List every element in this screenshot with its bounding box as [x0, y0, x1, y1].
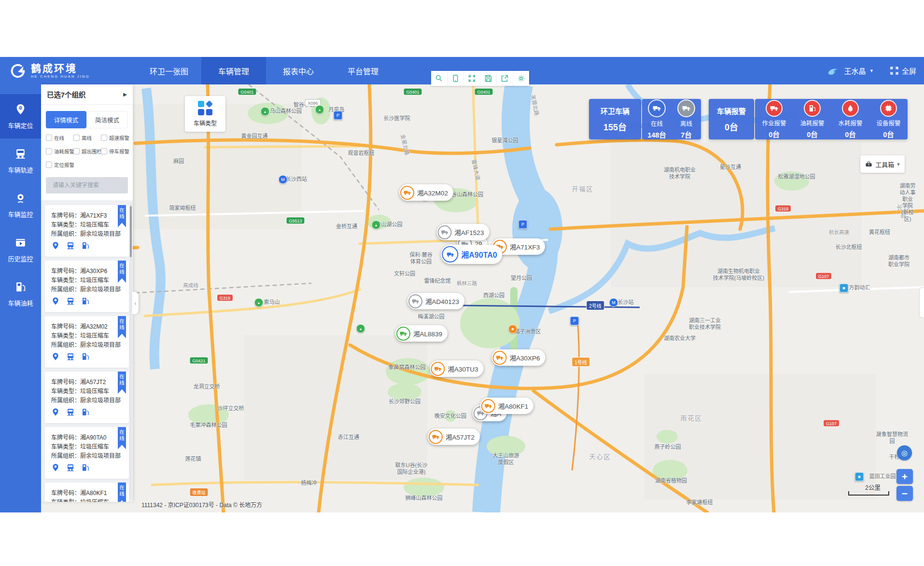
detail-mode-button[interactable]: 详情模式	[46, 111, 86, 128]
username[interactable]: 王水晶	[844, 66, 866, 76]
user-chevron-down-icon[interactable]: ▾	[870, 68, 873, 74]
fuel-icon[interactable]	[81, 241, 90, 250]
checkbox-icon	[46, 135, 52, 141]
map-canvas[interactable]: 智谷小镇 乌山森林公园 月亮岛 长沙医学院 黄金园互通 观音岩枢纽 银星湾公园 …	[41, 84, 924, 512]
vehicle-marker[interactable]: 湘A90TA0	[441, 245, 502, 264]
filter-checkbox[interactable]: 油耗报警	[46, 148, 73, 155]
road-shield: G319	[217, 295, 233, 301]
truck-icon	[492, 351, 506, 365]
vehicle-marker[interactable]: 湘AL8839	[395, 325, 448, 342]
vehicle-card[interactable]: 车牌号码：湘A57JT2 车辆类型：垃圾压缩车 所属组织：厨余垃圾项目部 在线	[45, 372, 129, 423]
map-label: 杭长高速	[829, 229, 849, 235]
locate-pin-icon[interactable]	[51, 463, 60, 472]
fuel-icon[interactable]	[81, 352, 90, 361]
panel-collapse-tab[interactable]: ‹	[132, 292, 139, 314]
map-poi-icon: M	[609, 298, 618, 307]
filter-checkbox[interactable]: 在线	[46, 134, 73, 141]
vehicle-marker[interactable]: 湘AD40123	[407, 293, 464, 309]
track-bus-icon[interactable]	[66, 408, 75, 416]
vehicle-card[interactable]: 车牌号码：湘A30XP6 车辆类型：垃圾压缩车 所属组织：厨余垃圾项目部 在线	[45, 261, 129, 312]
map-label: 金桥互通	[336, 223, 357, 230]
track-bus-icon[interactable]	[66, 297, 75, 305]
vehicle-marker-plate: 湘A32M02	[417, 188, 448, 197]
vehicle-marker[interactable]: 湘A30TU3	[430, 360, 483, 377]
sidebar-item-icon	[14, 281, 27, 295]
track-bus-icon[interactable]	[66, 241, 75, 250]
locate-pin-icon[interactable]	[51, 297, 60, 305]
truck-icon	[481, 399, 495, 413]
toolbox-button[interactable]: 工具箱 ▾	[860, 155, 905, 173]
filter-checkbox[interactable]: 超出围栏	[73, 148, 101, 155]
map-label: 龙洞立交桥	[194, 384, 220, 390]
vehicle-card[interactable]: 车牌号码：湘A71XF3 车辆类型：垃圾压缩车 所属组织：厨余垃圾项目部 在线	[45, 205, 129, 257]
sidebar-item[interactable]: 车辆监控	[0, 183, 41, 227]
fuel-icon[interactable]	[81, 463, 90, 472]
locate-pin-icon[interactable]	[51, 352, 60, 361]
filter-checkbox[interactable]: 超速报警	[101, 134, 131, 141]
road-shield: 收费站	[190, 488, 208, 496]
filter-checkbox[interactable]: 定位报警	[46, 161, 73, 168]
map-label: 长沙医学院	[384, 115, 410, 122]
vehicle-marker[interactable]: 湘AF1523	[437, 224, 490, 240]
avatar[interactable]	[826, 64, 840, 77]
settings-gear-icon[interactable]	[513, 71, 529, 86]
org-expand-arrow-icon[interactable]: ▶	[123, 92, 127, 97]
expand-icon[interactable]	[464, 71, 480, 86]
org-selector-header[interactable]: 已选7个组织 ▶	[41, 84, 133, 105]
vehicle-type-button[interactable]: 车辆类型	[185, 96, 225, 132]
track-bus-icon[interactable]	[66, 352, 75, 361]
map-label: 湖南生物机电职业 技术学院(马坡岭校区)	[713, 268, 764, 282]
vehicle-type: 垃圾压缩车	[80, 443, 109, 450]
sidebar-item[interactable]: 车辆油耗	[0, 272, 41, 316]
locate-pin-icon[interactable]	[51, 408, 60, 416]
fullscreen-button[interactable]: 全屏	[890, 66, 916, 76]
locate-pin-icon[interactable]	[51, 241, 60, 250]
map-poi-icon: ■	[840, 284, 849, 293]
right-edge-collapse-tab[interactable]	[919, 287, 924, 318]
top-white-strip	[0, 0, 924, 57]
stat-total-value: 155台	[603, 120, 627, 133]
fuel-icon[interactable]	[81, 297, 90, 305]
vehicle-org: 厨余垃圾项目部	[80, 231, 121, 237]
vehicle-card[interactable]: 车牌号码：湘A32M02 车辆类型：垃圾压缩车 所属组织：厨余垃圾项目部 在线	[45, 316, 129, 368]
track-bus-icon[interactable]	[66, 463, 75, 472]
area-search-icon[interactable]	[431, 71, 448, 86]
vehicle-card[interactable]: 车牌号码：湘A80KF1 车辆类型：垃圾压缩车 所属组织：厨余垃圾项目部 在线	[45, 483, 129, 502]
truck-icon	[408, 294, 422, 308]
vehicle-marker[interactable]: 湘A80KF1	[480, 398, 533, 414]
vehicle-plate: 湘A30XP6	[80, 268, 107, 275]
map-attribution: 1111342 - 京ICP证030173号 - Data © 长地万方	[141, 500, 262, 509]
nav-tab[interactable]: 报表中心	[266, 57, 331, 84]
device-icon[interactable]	[448, 71, 464, 86]
fuel-icon[interactable]	[81, 408, 90, 416]
panel-scrollbar-thumb[interactable]	[130, 206, 132, 257]
vehicle-marker[interactable]: 湘A57JT2	[428, 428, 480, 445]
zoom-out-button[interactable]: −	[896, 486, 913, 501]
nav-tab[interactable]: 车辆管理	[201, 57, 266, 84]
sidebar-item[interactable]: 历史监控	[0, 227, 41, 272]
simple-mode-button[interactable]: 简洁模式	[86, 111, 128, 128]
truck-icon	[431, 362, 445, 376]
vehicle-marker-plate: 湘A80KF1	[498, 401, 528, 411]
sidebar-item[interactable]: 车辆定位	[0, 94, 41, 138]
sidebar-item[interactable]: 车辆轨迹	[0, 138, 41, 183]
nav-tab[interactable]: 平台管理	[331, 57, 395, 84]
locate-button[interactable]: ◎	[897, 445, 912, 460]
map-label: 索马山	[264, 299, 280, 306]
nav-tab[interactable]: 环卫一张图	[137, 57, 201, 84]
brand-logo-icon	[9, 62, 27, 80]
filter-checkbox[interactable]: 停车报警	[101, 148, 131, 155]
truck-icon	[442, 246, 458, 262]
road-shield: G0401	[475, 89, 492, 95]
export-icon[interactable]	[497, 71, 513, 86]
map-label: 狮峰山森林公园	[406, 495, 443, 502]
save-icon[interactable]	[480, 71, 497, 86]
map-label: 湖南劳动人事职业 学院(新校区)	[899, 183, 916, 223]
vehicle-card[interactable]: 车牌号码：湘A90TA0 车辆类型：垃圾压缩车 所属组织：厨余垃圾项目部 在线	[45, 427, 129, 479]
search-input[interactable]	[52, 181, 128, 189]
vehicle-marker[interactable]: 湘A32M02	[399, 184, 453, 201]
filter-checkbox[interactable]: 离线	[73, 134, 101, 141]
map-label: 湖南机电职业 技术学院	[664, 167, 696, 180]
zoom-in-button[interactable]: +	[896, 469, 913, 484]
vehicle-marker[interactable]: 湘A30XP6	[491, 349, 545, 366]
